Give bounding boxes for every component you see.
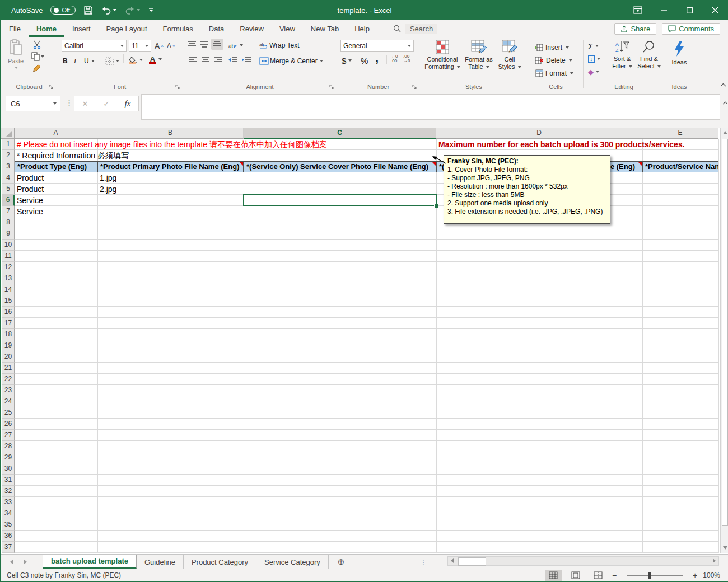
italic-button[interactable]: I	[74, 55, 76, 67]
cut-icon[interactable]	[32, 40, 41, 49]
cell-A3[interactable]: *Product Type (Eng)	[15, 161, 97, 172]
tab-formulas[interactable]: Formulas	[155, 20, 201, 37]
fill-color-button[interactable]	[129, 54, 143, 65]
cell-A5[interactable]: Product	[15, 184, 44, 195]
cell-B5[interactable]: 2.jpg	[97, 184, 116, 195]
align-top-icon[interactable]	[188, 40, 197, 48]
cell-B4[interactable]: 1.jpg	[97, 172, 116, 184]
scroll-down-icon[interactable]	[723, 546, 727, 550]
row-header-35[interactable]: 35	[2, 519, 15, 531]
zoom-level[interactable]: 100%	[703, 571, 720, 579]
align-left-icon[interactable]	[189, 56, 198, 64]
align-center-icon[interactable]	[201, 56, 210, 64]
sheet-nav-right-icon[interactable]	[24, 559, 27, 565]
clear-button[interactable]: ◆	[588, 66, 599, 77]
zoom-in-button[interactable]: +	[693, 571, 697, 580]
number-dialog-launcher-icon[interactable]	[412, 85, 417, 90]
enter-icon[interactable]: ✓	[104, 100, 110, 108]
align-middle-icon[interactable]	[200, 40, 209, 48]
orientation-button[interactable]: ab	[228, 40, 243, 51]
sheet-tab-batch-upload-template[interactable]: batch upload template	[43, 555, 137, 569]
row-header-27[interactable]: 27	[2, 430, 15, 441]
row-header-31[interactable]: 31	[2, 475, 15, 486]
alignment-dialog-launcher-icon[interactable]	[329, 85, 334, 90]
cell-C3[interactable]: *(Service Only) Service Cover Photo File…	[244, 161, 436, 172]
row-header-32[interactable]: 32	[2, 486, 15, 497]
number-format-combo[interactable]: General	[340, 40, 414, 52]
row-header-30[interactable]: 30	[2, 463, 15, 475]
ribbon-display-options-icon[interactable]	[625, 0, 651, 20]
save-icon[interactable]	[83, 6, 93, 15]
decrease-decimal-icon[interactable]: .00→0	[403, 54, 410, 63]
tab-data[interactable]: Data	[201, 20, 232, 37]
tab-new-tab[interactable]: New Tab	[303, 20, 347, 37]
horizontal-scroll-thumb[interactable]	[458, 557, 486, 566]
row-header-4[interactable]: 4	[2, 172, 15, 184]
borders-button[interactable]	[105, 55, 119, 67]
sheet-tab-product-category[interactable]: Product Category	[184, 555, 256, 569]
row-header-5[interactable]: 5	[2, 184, 15, 195]
row-header-19[interactable]: 19	[2, 340, 15, 351]
name-box[interactable]: C6	[6, 96, 60, 111]
zoom-out-button[interactable]: −	[612, 571, 617, 580]
row-header-25[interactable]: 25	[2, 407, 15, 419]
font-color-button[interactable]: A	[149, 54, 162, 65]
cell-B3[interactable]: *Product Primary Photo File Name (Eng)	[97, 161, 244, 172]
row-header-8[interactable]: 8	[2, 217, 15, 228]
undo-button[interactable]	[101, 6, 116, 15]
undo-dropdown-icon[interactable]	[113, 9, 116, 11]
tab-file[interactable]: File	[1, 20, 29, 37]
insert-cells-button[interactable]: Insert	[535, 41, 569, 54]
row-header-29[interactable]: 29	[2, 452, 15, 463]
autosum-button[interactable]: Σ	[588, 40, 599, 51]
row-header-21[interactable]: 21	[2, 363, 15, 374]
currency-button[interactable]: $	[342, 55, 352, 66]
maximize-button[interactable]	[676, 0, 702, 20]
scroll-right-icon[interactable]	[713, 558, 716, 563]
tab-insert[interactable]: Insert	[64, 20, 99, 37]
bold-button[interactable]: B	[63, 55, 68, 67]
row-header-3[interactable]: 3	[2, 161, 15, 172]
column-header-E[interactable]: E	[642, 128, 718, 139]
search-box[interactable]: Search	[393, 24, 437, 34]
row-header-18[interactable]: 18	[2, 329, 15, 340]
sheet-bar-splitter[interactable]: ⋮	[419, 558, 427, 566]
scroll-left-icon[interactable]	[451, 558, 454, 563]
row-header-22[interactable]: 22	[2, 374, 15, 385]
format-cells-button[interactable]: Format	[535, 67, 573, 79]
row-header-13[interactable]: 13	[2, 273, 15, 284]
row-header-34[interactable]: 34	[2, 508, 15, 519]
font-dialog-launcher-icon[interactable]	[175, 85, 180, 90]
decrease-indent-icon[interactable]	[228, 56, 238, 64]
column-header-B[interactable]: B	[97, 128, 244, 139]
zoom-slider-thumb[interactable]	[648, 572, 651, 579]
selected-cell-border[interactable]	[243, 194, 437, 206]
row-header-36[interactable]: 36	[2, 531, 15, 542]
wrap-text-button[interactable]: ab Wrap Text	[259, 40, 300, 51]
cell-A7[interactable]: Service	[15, 206, 43, 217]
row-header-17[interactable]: 17	[2, 318, 15, 329]
insert-function-icon[interactable]: fx	[125, 99, 131, 109]
column-header-A[interactable]: A	[15, 128, 97, 139]
scroll-up-icon[interactable]	[723, 131, 727, 134]
increase-indent-icon[interactable]	[241, 56, 251, 64]
row-header-6[interactable]: 6	[2, 195, 15, 206]
underline-button[interactable]: U	[84, 55, 95, 67]
row-header-26[interactable]: 26	[2, 419, 15, 430]
conditional-formatting-button[interactable]: ConditionalFormatting	[424, 40, 461, 71]
tab-home[interactable]: Home	[29, 20, 64, 37]
normal-view-icon[interactable]	[545, 570, 562, 581]
row-header-2[interactable]: 2	[2, 150, 15, 161]
copy-button[interactable]	[31, 52, 44, 61]
row-header-20[interactable]: 20	[2, 351, 15, 363]
align-right-icon[interactable]	[213, 56, 222, 64]
minimize-button[interactable]	[651, 0, 676, 20]
percent-button[interactable]: %	[361, 55, 368, 66]
font-size-combo[interactable]: 11	[129, 40, 151, 52]
vertical-scroll-thumb[interactable]	[722, 139, 728, 526]
sort-filter-button[interactable]: AZ Sort &Filter	[609, 40, 635, 70]
name-box-dropdown-icon[interactable]	[53, 102, 57, 105]
collapse-ribbon-icon[interactable]	[720, 83, 726, 87]
increase-decimal-icon[interactable]: ←0.00	[391, 54, 398, 63]
row-header-24[interactable]: 24	[2, 396, 15, 407]
